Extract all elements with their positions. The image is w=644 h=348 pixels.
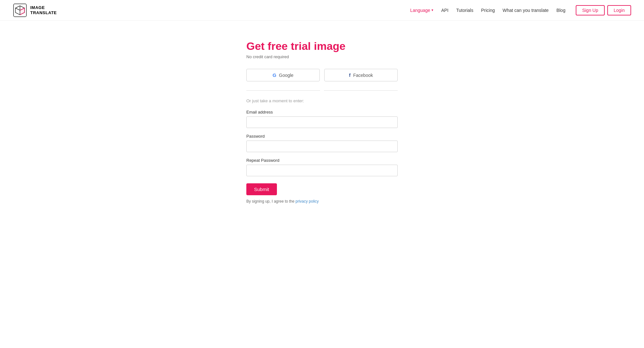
facebook-label: Facebook [353,73,373,78]
repeat-password-label: Repeat Password [246,158,398,163]
email-input[interactable] [246,116,398,128]
login-button[interactable]: Login [607,5,631,15]
signup-form-container: Get free trial image No credit card requ… [246,40,398,204]
google-label: Google [279,73,293,78]
submit-button[interactable]: Submit [246,183,277,195]
password-input[interactable] [246,141,398,152]
repeat-password-input[interactable] [246,165,398,176]
nav-what[interactable]: What can you translate [503,8,549,13]
google-signin-button[interactable]: G Google [246,69,320,81]
password-field-group: Password [246,134,398,152]
main-content: Get free trial image No credit card requ… [0,21,644,223]
logo[interactable]: IMAGE TRANSLATE [13,3,57,17]
main-nav: Language API Tutorials Pricing What can … [410,5,631,15]
email-label: Email address [246,110,398,114]
header: IMAGE TRANSLATE Language API Tutorials P… [0,0,644,21]
page-subtitle: No credit card required [246,54,398,59]
terms-prefix: By signing up, I agree to the [246,199,296,204]
or-divider [246,90,398,91]
signup-button[interactable]: Sign Up [576,5,605,15]
facebook-signin-button[interactable]: f Facebook [324,69,398,81]
social-buttons: G Google f Facebook [246,69,398,81]
nav-blog[interactable]: Blog [556,8,565,13]
nav-buttons: Sign Up Login [576,5,631,15]
logo-icon [13,3,27,17]
nav-language[interactable]: Language [410,8,433,13]
email-field-group: Email address [246,110,398,128]
password-label: Password [246,134,398,139]
nav-api[interactable]: API [441,8,449,13]
nav-tutorials[interactable]: Tutorials [456,8,473,13]
repeat-password-field-group: Repeat Password [246,158,398,176]
form-intro-text: Or just take a moment to enter: [246,98,398,103]
privacy-policy-link[interactable]: privacy policy [296,199,319,204]
facebook-icon: f [349,72,351,78]
page-title: Get free trial image [246,40,398,52]
logo-text: IMAGE TRANSLATE [30,5,57,15]
nav-pricing[interactable]: Pricing [481,8,495,13]
terms-text: By signing up, I agree to the privacy po… [246,199,398,204]
google-icon: G [273,72,277,78]
